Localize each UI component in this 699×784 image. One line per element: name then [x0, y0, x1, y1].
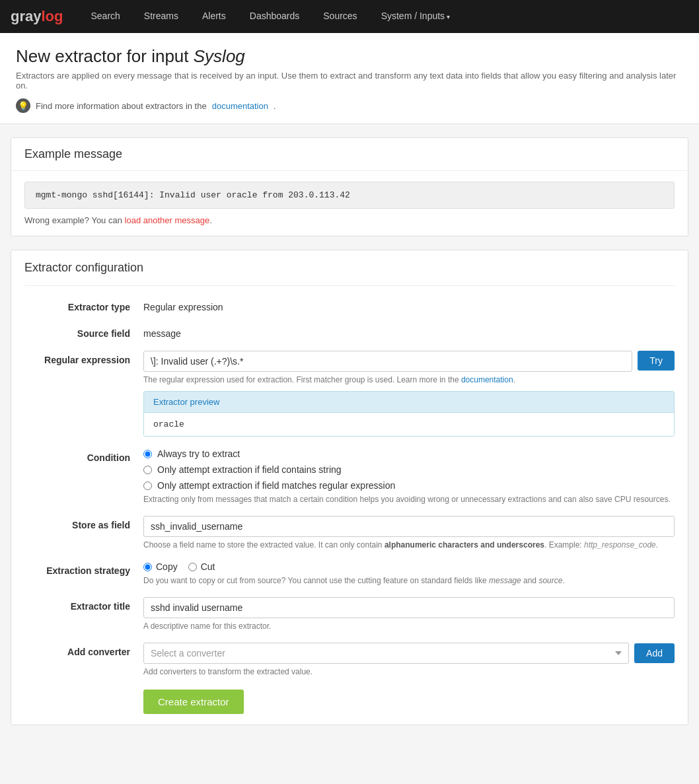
brand-logo[interactable]: graylog [11, 8, 63, 25]
info-icon: 💡 [16, 98, 30, 113]
add-converter-wrap: Select a converter Add Add converters to… [143, 643, 675, 676]
store-as-wrap: Choose a field name to store the extract… [143, 516, 675, 550]
create-row: Create extractor [24, 690, 675, 714]
strategy-help: Do you want to copy or cut from source? … [143, 576, 675, 585]
page-title-italic: Syslog [194, 46, 245, 66]
nav-links: Search Streams Alerts Dashboards Sources… [79, 0, 461, 34]
strategy-copy[interactable]: Copy [143, 561, 178, 572]
strategy-help-middle: and [521, 576, 539, 585]
example-message-title: Example message [24, 147, 675, 161]
converter-help: Add converters to transform the extracte… [143, 667, 675, 676]
nav-system-inputs[interactable]: System / Inputs [369, 0, 462, 34]
condition-always[interactable]: Always try to extract [143, 448, 675, 459]
condition-contains[interactable]: Only attempt extraction if field contain… [143, 464, 675, 475]
nav-dashboards[interactable]: Dashboards [238, 0, 312, 34]
strategy-cut[interactable]: Cut [188, 561, 215, 572]
info-suffix: . [274, 101, 276, 111]
regex-row: Regular expression Try The regular expre… [24, 351, 675, 437]
store-as-row: Store as field Choose a field name to st… [24, 516, 675, 550]
extractor-type-value: Regular expression [143, 298, 675, 312]
condition-always-radio[interactable] [143, 450, 152, 458]
nav-search[interactable]: Search [79, 0, 131, 34]
regex-label: Regular expression [24, 351, 143, 365]
store-as-help-bold: alphanumeric characters and underscores [385, 540, 544, 550]
regex-input[interactable] [143, 351, 632, 372]
nav-sources[interactable]: Sources [311, 0, 369, 34]
info-text: Find more information about extractors i… [36, 101, 207, 111]
store-as-help-prefix: Choose a field name to store the extract… [143, 540, 385, 550]
try-button[interactable]: Try [638, 351, 675, 371]
condition-always-label: Always try to extract [157, 448, 240, 459]
source-field-value: message [143, 324, 675, 339]
strategy-copy-radio[interactable] [143, 563, 152, 571]
condition-row: Condition Always try to extract Only att… [24, 448, 675, 504]
strategy-cut-label: Cut [201, 561, 215, 572]
extractor-config-body: Extractor configuration Extractor type R… [11, 250, 688, 725]
extractor-title-label: Extractor title [24, 597, 143, 612]
regex-doc-link[interactable]: documentation [461, 375, 513, 384]
source-field-wrap: message [143, 324, 675, 339]
strategy-italic2: source [538, 576, 562, 585]
strategy-copy-label: Copy [156, 561, 178, 572]
condition-matches-regex[interactable]: Only attempt extraction if field matches… [143, 480, 675, 491]
source-field-label: Source field [24, 324, 143, 339]
converter-select[interactable]: Select a converter [143, 643, 629, 664]
extractor-title-help: A descriptive name for this extractor. [143, 622, 675, 631]
source-field-row: Source field message [24, 324, 675, 339]
extractor-title-row: Extractor title A descriptive name for t… [24, 597, 675, 631]
add-converter-row: Add converter Select a converter Add Add… [24, 643, 675, 676]
regex-help-prefix: The regular expression used for extracti… [143, 375, 461, 384]
extractor-type-label: Extractor type [24, 298, 143, 312]
extractor-preview-header: Extractor preview [144, 392, 674, 413]
example-message-code: mgmt-mongo sshd[16144]: Invalid user ora… [24, 182, 675, 209]
page-title-prefix: New extractor for input [16, 46, 194, 66]
regex-input-row: Try [143, 351, 675, 372]
page-header: New extractor for input Syslog Extractor… [0, 33, 699, 124]
create-extractor-button[interactable]: Create extractor [143, 690, 244, 714]
nav-streams[interactable]: Streams [132, 0, 190, 34]
navbar: graylog Search Streams Alerts Dashboards… [0, 0, 699, 33]
brand-gray: gray [11, 8, 41, 25]
condition-contains-label: Only attempt extraction if field contain… [157, 464, 342, 475]
condition-contains-radio[interactable] [143, 466, 152, 474]
brand-log: log [41, 8, 63, 25]
condition-matches-regex-radio[interactable] [143, 481, 152, 490]
condition-label: Condition [24, 448, 143, 463]
load-another-link[interactable]: load another message [125, 215, 210, 225]
main-content: Example message mgmt-mongo sshd[16144]: … [0, 124, 699, 752]
store-as-input[interactable] [143, 516, 675, 537]
extraction-strategy-row: Extraction strategy Copy Cut Do you [24, 561, 675, 585]
nav-alerts[interactable]: Alerts [190, 0, 238, 34]
strategy-options: Copy Cut [143, 561, 675, 572]
extractor-title-input[interactable] [143, 597, 675, 618]
example-message-card: Example message mgmt-mongo sshd[16144]: … [11, 137, 688, 236]
store-as-help-suffix: . Example: [544, 540, 584, 550]
strategy-help-suffix: . [562, 576, 564, 585]
doc-link[interactable]: documentation [212, 101, 268, 111]
example-message-body: mgmt-mongo sshd[16144]: Invalid user ora… [11, 171, 688, 236]
store-as-help: Choose a field name to store the extract… [143, 540, 675, 550]
extractor-type-row: Extractor type Regular expression [24, 298, 675, 312]
extractor-preview-box: Extractor preview oracle [143, 391, 675, 437]
converter-select-row: Select a converter Add [143, 643, 675, 664]
extractor-title-wrap: A descriptive name for this extractor. [143, 597, 675, 631]
extractor-type-wrap: Regular expression [143, 298, 675, 312]
strategy-cut-radio[interactable] [188, 563, 197, 571]
add-converter-button[interactable]: Add [634, 643, 675, 663]
regex-help-suffix: . [513, 375, 515, 384]
condition-help: Extracting only from messages that match… [143, 495, 675, 504]
page-title: New extractor for input Syslog [16, 46, 683, 67]
condition-wrap: Always try to extract Only attempt extra… [143, 448, 675, 504]
extractor-config-title: Extractor configuration [24, 261, 675, 275]
regex-help: The regular expression used for extracti… [143, 375, 675, 384]
store-as-label: Store as field [24, 516, 143, 530]
extractor-preview-value: oracle [144, 413, 674, 436]
extraction-strategy-label: Extraction strategy [24, 561, 143, 576]
condition-radio-group: Always try to extract Only attempt extra… [143, 448, 675, 491]
strategy-italic1: message [489, 576, 521, 585]
wrong-suffix: . [209, 215, 212, 225]
info-bar: 💡 Find more information about extractors… [16, 98, 683, 113]
regex-wrap: Try The regular expression used for extr… [143, 351, 675, 437]
example-message-header: Example message [11, 138, 688, 171]
store-as-example: http_response_code [584, 540, 656, 550]
